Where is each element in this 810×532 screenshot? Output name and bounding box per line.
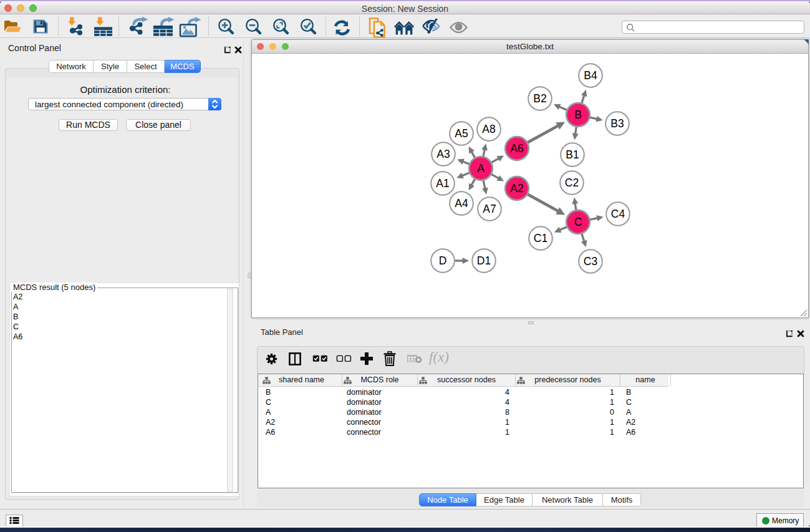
svg-text:A5: A5 — [455, 127, 468, 140]
svg-text:D1: D1 — [477, 254, 491, 267]
svg-text:A4: A4 — [455, 197, 468, 210]
svg-text:A: A — [477, 162, 485, 175]
svg-text:A2: A2 — [510, 182, 523, 195]
svg-text:C: C — [574, 216, 582, 228]
svg-text:B4: B4 — [584, 69, 597, 82]
svg-text:D: D — [439, 254, 447, 267]
svg-text:C4: C4 — [611, 208, 625, 220]
svg-text:B2: B2 — [533, 92, 546, 105]
svg-text:B: B — [574, 109, 582, 121]
svg-text:A8: A8 — [482, 123, 495, 135]
svg-text:B3: B3 — [610, 117, 624, 130]
svg-text:A1: A1 — [436, 177, 449, 190]
svg-text:C1: C1 — [534, 232, 547, 244]
svg-text:C2: C2 — [565, 177, 579, 189]
svg-text:C3: C3 — [584, 255, 597, 268]
svg-text:A6: A6 — [510, 142, 523, 155]
svg-text:A7: A7 — [483, 203, 496, 215]
svg-text:B1: B1 — [566, 148, 579, 161]
svg-text:A3: A3 — [436, 148, 450, 160]
